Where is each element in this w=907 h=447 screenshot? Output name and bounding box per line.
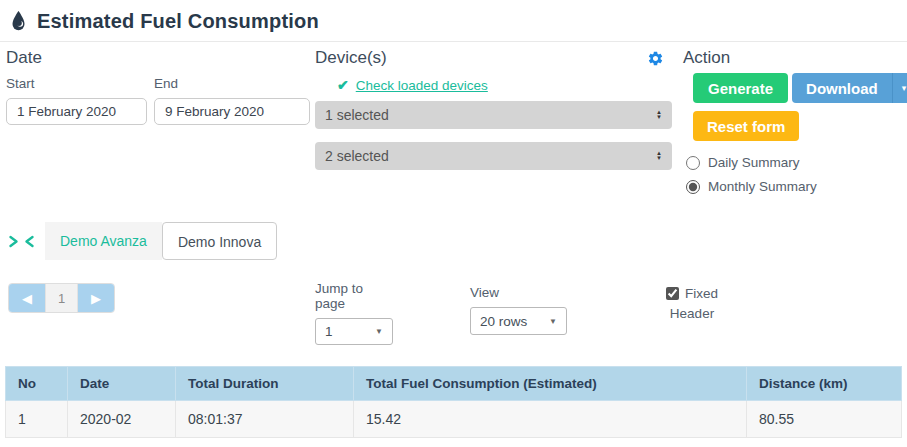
col-header-fuel: Total Fuel Consumption (Estimated) — [354, 367, 747, 401]
view-label: View — [470, 285, 567, 300]
page-header: Estimated Fuel Consumption — [0, 0, 907, 42]
download-button[interactable]: Download — [792, 73, 892, 103]
col-header-date: Date — [68, 367, 176, 401]
check-loaded-devices-link[interactable]: Check loaded devices — [356, 78, 488, 93]
gear-icon[interactable] — [647, 50, 664, 71]
generate-button[interactable]: Generate — [693, 73, 788, 103]
device-select[interactable]: 2 selected ▲▼ — [315, 142, 672, 170]
table-header-row: No Date Total Duration Total Fuel Consum… — [6, 367, 902, 401]
updown-arrows-icon: ▲▼ — [656, 151, 662, 161]
daily-summary-radio[interactable] — [686, 156, 700, 170]
jump-to-page-select[interactable]: 1 ▼ — [315, 318, 393, 345]
download-caret-button[interactable]: ▾ — [892, 73, 907, 103]
date-section-title: Date — [6, 48, 310, 68]
col-header-no: No — [6, 367, 68, 401]
start-date-label: Start — [6, 76, 147, 91]
cell-no: 1 — [6, 401, 68, 438]
arrow-left-icon: ◀ — [22, 291, 32, 306]
action-section: Action Generate Download ▾ Reset form Da… — [672, 48, 907, 201]
col-header-distance: Distance (km) — [747, 367, 902, 401]
fixed-header-option[interactable]: Fixed Header — [649, 284, 735, 324]
pagination: ◀ 1 ▶ — [8, 283, 115, 313]
col-header-duration: Total Duration — [176, 367, 354, 401]
jump-to-page-label: Jump to page — [315, 281, 393, 311]
cell-fuel: 15.42 — [354, 401, 747, 438]
monthly-summary-label: Monthly Summary — [708, 179, 817, 194]
view-rows-select[interactable]: 20 rows ▼ — [470, 307, 567, 335]
device-group-select-value: 1 selected — [325, 107, 389, 123]
reset-form-button[interactable]: Reset form — [693, 111, 799, 141]
fixed-header-checkbox[interactable] — [666, 287, 679, 300]
caret-down-icon: ▼ — [375, 327, 383, 336]
start-date-input[interactable] — [6, 98, 147, 125]
jump-to-page-value: 1 — [325, 324, 333, 339]
table-controls: ◀ 1 ▶ Jump to page 1 ▼ View 20 rows ▼ Fi… — [0, 280, 907, 338]
cell-distance: 80.55 — [747, 401, 902, 438]
filter-row: Date Start End Device(s) ✔ Check loaded … — [0, 42, 907, 201]
page-title: Estimated Fuel Consumption — [37, 10, 319, 33]
device-select-value: 2 selected — [325, 148, 389, 164]
chevron-left-icon[interactable] — [24, 235, 35, 248]
cell-date: 2020-02 — [68, 401, 176, 438]
devices-section-title: Device(s) — [315, 48, 672, 68]
devices-section: Device(s) ✔ Check loaded devices 1 selec… — [310, 48, 672, 201]
arrow-right-icon: ▶ — [91, 291, 101, 306]
vehicle-tabs: Demo Avanza Demo Innova — [8, 222, 907, 260]
results-table: No Date Total Duration Total Fuel Consum… — [5, 366, 902, 438]
view-rows-value: 20 rows — [480, 314, 527, 329]
end-date-label: End — [154, 76, 310, 91]
action-section-title: Action — [683, 48, 907, 68]
daily-summary-label: Daily Summary — [708, 155, 800, 170]
end-date-input[interactable] — [154, 98, 310, 125]
current-page: 1 — [45, 284, 78, 312]
droplet-icon — [10, 10, 27, 32]
cell-duration: 08:01:37 — [176, 401, 354, 438]
device-group-select[interactable]: 1 selected ▲▼ — [315, 101, 672, 129]
daily-summary-option[interactable]: Daily Summary — [686, 155, 907, 170]
chevron-right-icon[interactable] — [8, 235, 19, 248]
monthly-summary-radio[interactable] — [686, 180, 700, 194]
caret-down-icon: ▼ — [549, 317, 557, 326]
table-row: 1 2020-02 08:01:37 15.42 80.55 — [6, 401, 902, 438]
caret-down-icon: ▾ — [902, 83, 907, 93]
check-icon: ✔ — [337, 77, 349, 93]
monthly-summary-option[interactable]: Monthly Summary — [686, 179, 907, 194]
date-section: Date Start End — [0, 48, 310, 201]
next-page-button[interactable]: ▶ — [78, 284, 114, 312]
tab-demo-avanza[interactable]: Demo Avanza — [45, 222, 162, 260]
tab-demo-innova[interactable]: Demo Innova — [162, 222, 277, 260]
prev-page-button[interactable]: ◀ — [9, 284, 45, 312]
updown-arrows-icon: ▲▼ — [656, 110, 662, 120]
